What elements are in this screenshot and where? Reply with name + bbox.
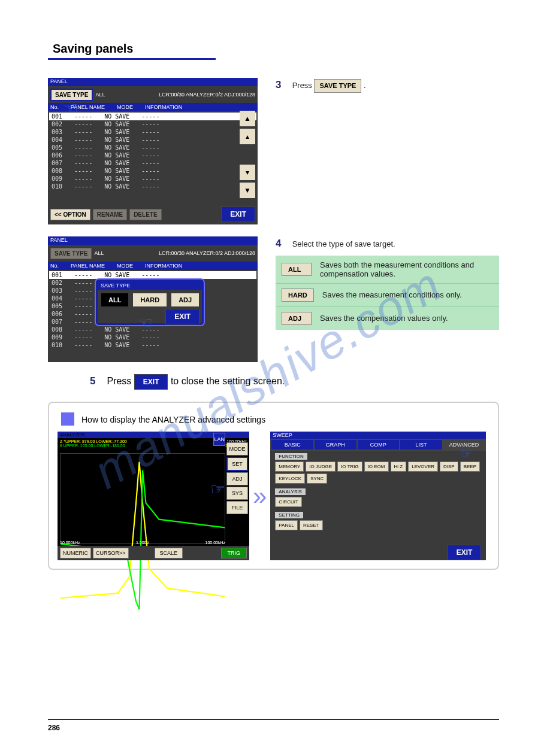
- section-title: Saving panels: [48, 42, 216, 60]
- hard-option-button: HARD: [282, 289, 314, 302]
- hiz-button[interactable]: Hi Z: [391, 462, 407, 472]
- panel-title: PANEL: [48, 78, 258, 86]
- dialog-hard-button[interactable]: HARD: [133, 293, 167, 306]
- scroll-bottom-icon[interactable]: ▼: [240, 183, 255, 198]
- sweep-tabs[interactable]: BASIC GRAPH COMP LIST ADVANCED: [270, 439, 486, 451]
- list-item[interactable]: 005-----NO SAVE-----: [49, 144, 256, 151]
- list-item[interactable]: 008-----NO SAVE-----: [49, 167, 256, 175]
- hand-pointer-icon: ☞: [461, 446, 473, 462]
- analyzer-sidebar[interactable]: MODE SET ADJ SYS FILE: [226, 442, 248, 514]
- analysis-label: ANALYSIS: [275, 488, 306, 495]
- list-header: No. PANEL NAME MODE INFORMATION: [48, 103, 258, 111]
- panel-button[interactable]: PANEL: [275, 520, 298, 530]
- all-option-button: ALL: [282, 263, 312, 276]
- info-marker-icon: [61, 412, 74, 426]
- tab-basic[interactable]: BASIC: [271, 440, 313, 450]
- function-label: FUNCTION: [275, 453, 307, 460]
- dialog-all-button[interactable]: ALL: [101, 293, 128, 306]
- panel-list: 001-----NO SAVE----- 002-----NO SAVE----…: [48, 111, 258, 192]
- dialog-adj-button[interactable]: ADJ: [171, 293, 199, 306]
- hand-pointer-icon: ☞: [64, 98, 78, 118]
- scale-button[interactable]: SCALE: [155, 548, 183, 558]
- list-item[interactable]: 007-----NO SAVE-----: [49, 159, 256, 167]
- adj-option-button: ADJ: [282, 312, 312, 325]
- circuit-button[interactable]: CIRCUIT: [275, 497, 301, 507]
- scroll-buttons[interactable]: ▲ ▴ ▾ ▼: [240, 111, 255, 198]
- disp-button[interactable]: DISP: [440, 462, 458, 472]
- delete-button: DELETE: [129, 209, 161, 220]
- step-3-text: 3 Press SAVE TYPE .: [276, 78, 499, 93]
- set-button[interactable]: SET: [226, 457, 248, 471]
- options-table: ALL Saves both the measurement condition…: [276, 256, 499, 330]
- analyzer-screenshot: ANALYZER LAN Z *UPPER: 879.00 LOWER:-77.…: [58, 432, 249, 560]
- all-label: ALL: [95, 92, 105, 98]
- screenshot-panel-2: PANEL SAVE TYPE ALL LCR:00/30 ANALYZER:0…: [48, 236, 258, 362]
- hard-option-desc: Saves the measurement conditions only.: [322, 290, 462, 299]
- step-4-text: 4 Select the type of save target.: [276, 236, 499, 251]
- sync-button[interactable]: SYNC: [307, 473, 327, 484]
- exit-ref-button: EXIT: [134, 374, 168, 390]
- info-title: How to display the ANALYZER advanced set…: [81, 415, 489, 424]
- trig-button[interactable]: TRIG: [221, 548, 247, 558]
- exit-button[interactable]: EXIT: [221, 207, 255, 222]
- list-item[interactable]: 009-----NO SAVE-----: [49, 175, 256, 183]
- tab-list[interactable]: LIST: [400, 440, 442, 450]
- sweep-screenshot: SWEEP BASIC GRAPH COMP LIST ADVANCED ☞ F…: [270, 432, 486, 560]
- status-text: LCR:00/30 ANALYZER:0/2 ADJ:000/128: [159, 92, 255, 98]
- list-item[interactable]: 001-----NO SAVE-----: [49, 113, 256, 120]
- all-option-desc: Saves both the measurement conditions an…: [320, 260, 493, 278]
- list-item[interactable]: 004-----NO SAVE-----: [49, 136, 256, 144]
- scroll-down-icon[interactable]: ▾: [240, 165, 255, 180]
- arrow-right-icon: »: [253, 482, 267, 511]
- mode-button[interactable]: MODE: [226, 442, 248, 456]
- reset-button[interactable]: RESET: [300, 520, 323, 530]
- memory-button[interactable]: MEMORY: [275, 462, 304, 472]
- info-panel: How to display the ANALYZER advanced set…: [48, 402, 499, 570]
- levover-button[interactable]: LEVOVER: [408, 462, 438, 472]
- panel-title: PANEL: [48, 236, 258, 245]
- cursor-button[interactable]: CURSOR>>: [93, 548, 129, 558]
- keylock-button[interactable]: KEYLOCK: [275, 473, 305, 484]
- adj-option-desc: Saves the compensation values only.: [320, 314, 448, 323]
- screenshot-panel-1: PANEL SAVE TYPE ALL LCR:00/30 ANALYZER:0…: [48, 78, 258, 224]
- sweep-exit-button[interactable]: EXIT: [448, 545, 482, 560]
- iojudge-button[interactable]: IO JUDGE: [306, 462, 335, 472]
- sys-button[interactable]: SYS: [226, 487, 248, 500]
- save-type-ref-button: SAVE TYPE: [314, 79, 361, 93]
- hand-pointer-icon: ☞: [210, 479, 225, 499]
- setting-label: SETTING: [275, 512, 303, 518]
- chart-area: [60, 453, 225, 544]
- step-5-text: 5 Press EXIT to close the setting screen…: [90, 374, 499, 390]
- option-button[interactable]: << OPTION: [50, 209, 90, 220]
- tab-graph[interactable]: GRAPH: [315, 440, 356, 450]
- scroll-up-icon[interactable]: ▴: [240, 129, 255, 144]
- tab-comp[interactable]: COMP: [358, 440, 400, 450]
- lan-badge: LAN: [213, 433, 225, 446]
- adj-button[interactable]: ADJ: [226, 472, 248, 485]
- list-item[interactable]: 006-----NO SAVE-----: [49, 151, 256, 159]
- iotrig-button[interactable]: IO TRIG: [337, 462, 362, 472]
- list-item[interactable]: 003-----NO SAVE-----: [49, 128, 256, 136]
- hand-pointer-icon: ☞: [138, 313, 153, 333]
- page-footer: 286: [48, 719, 499, 732]
- scroll-top-icon[interactable]: ▲: [240, 111, 255, 126]
- beep-button[interactable]: BEEP: [460, 462, 480, 472]
- list-item[interactable]: 010-----NO SAVE-----: [49, 183, 256, 190]
- dialog-exit-button[interactable]: EXIT: [165, 309, 200, 324]
- numeric-button[interactable]: NUMERIC: [60, 548, 91, 558]
- rename-button: RENAME: [93, 209, 127, 220]
- save-type-button: SAVE TYPE: [50, 248, 92, 259]
- file-button[interactable]: FILE: [226, 501, 248, 514]
- ioeom-button[interactable]: IO EOM: [364, 462, 389, 472]
- list-item[interactable]: 002-----NO SAVE-----: [49, 120, 256, 128]
